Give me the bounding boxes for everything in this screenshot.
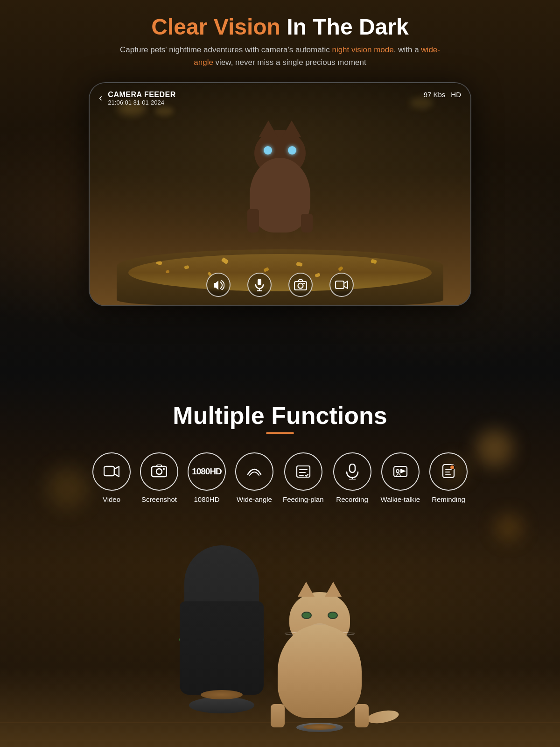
cat-leg-right	[355, 704, 369, 727]
headline-description: Capture pets' nighttime adventures with …	[117, 43, 443, 69]
desc-text3: view, never miss a single precious momen…	[213, 58, 366, 67]
video-label: Video	[103, 495, 120, 503]
cat-sitting-figure	[254, 592, 385, 732]
hd-label: 1080HD	[194, 495, 219, 503]
food-surface	[128, 254, 432, 291]
recording-svg-icon	[346, 464, 359, 479]
floor-line-1	[0, 741, 560, 741]
bottom-section: Multiple Functions Video	[0, 374, 560, 747]
video-circle-icon	[92, 452, 131, 491]
wide-angle-circle-icon	[235, 452, 273, 491]
hd-circle-icon: 1080HD	[188, 452, 226, 491]
wide-angle-svg-icon	[246, 465, 263, 478]
svg-point-9	[156, 469, 162, 474]
functions-title: Multiple Functions	[173, 402, 387, 430]
svg-rect-7	[104, 466, 114, 476]
function-video: Video	[92, 452, 131, 503]
feeder-bowl	[189, 697, 254, 713]
cat-ear-right	[282, 120, 301, 137]
kibble-5	[296, 261, 302, 266]
svg-rect-8	[152, 466, 167, 477]
svg-rect-15	[350, 464, 355, 472]
hd-text-icon: 1080HD	[192, 466, 222, 477]
kibble-9	[207, 271, 212, 276]
kibble-10	[315, 273, 321, 277]
top-section: Clear Vision In The Dark Capture pets' n…	[0, 0, 560, 374]
headline-white: In The Dark	[280, 14, 409, 39]
desc-text1: Capture pets' nighttime adventures with …	[120, 45, 332, 54]
bg-light-1	[118, 102, 146, 116]
headline-orange: Clear Vision	[151, 14, 280, 39]
camera-feed: ‹ CAMERA FEEDER 21:06:01 31-01-2024 97 K…	[90, 83, 470, 305]
feeding-plan-label: Feeding-plan	[283, 495, 324, 503]
walkie-talkie-circle-icon	[381, 452, 420, 491]
reminding-label: Reminding	[432, 495, 465, 503]
function-recording: Recording	[333, 452, 371, 503]
food-bowl	[117, 249, 443, 305]
desc-highlight1: night vision mode	[332, 45, 393, 54]
desc-text2: . with a	[394, 45, 421, 54]
kibble-1	[156, 260, 162, 266]
cat-paw-left	[247, 209, 259, 233]
cat-food-bowl	[296, 723, 343, 732]
recording-label: Recording	[336, 495, 368, 503]
wide-angle-label: Wide-angle	[237, 495, 272, 503]
function-feeding-plan: Feeding-plan	[283, 452, 324, 503]
bg-light-3	[410, 97, 433, 109]
cat-sit-eye-right	[328, 612, 338, 619]
kibble-8	[166, 270, 170, 273]
phone-mockup: ‹ CAMERA FEEDER 21:06:01 31-01-2024 97 K…	[89, 82, 471, 306]
kibble-3	[221, 257, 229, 264]
reminding-circle-icon	[429, 452, 468, 491]
walkie-talkie-svg-icon	[393, 465, 408, 479]
kibble-7	[371, 259, 377, 264]
reminding-svg-icon	[442, 464, 455, 479]
bottom-scene	[0, 527, 560, 747]
cat-ear-left	[259, 120, 278, 137]
cat-sit-ear-left	[298, 582, 315, 597]
screenshot-label: Screenshot	[141, 495, 177, 503]
functions-icons-row: Video Screenshot 1080HD 1080HD	[92, 452, 468, 503]
function-hd: 1080HD 1080HD	[188, 452, 226, 503]
bokeh-light-1	[476, 430, 513, 467]
cat-sit-ear-right	[325, 582, 342, 597]
cat-leg-left	[271, 704, 285, 727]
cat-sit-body	[278, 625, 362, 718]
feeding-plan-circle-icon	[284, 452, 322, 491]
cat-sit-eye-left	[301, 612, 312, 619]
function-wide-angle: Wide-angle	[235, 452, 273, 503]
kibble-4	[263, 267, 269, 272]
kibble-2	[184, 265, 189, 269]
headline: Clear Vision In The Dark Capture pets' n…	[117, 14, 443, 69]
walkie-talkie-label: Walkie-talkie	[381, 495, 420, 503]
svg-point-19	[396, 470, 399, 472]
cat-food-in-bowl	[303, 724, 336, 730]
screenshot-svg-icon	[151, 465, 167, 479]
cat-eye-left	[264, 146, 272, 155]
svg-rect-10	[163, 468, 165, 470]
function-walkie-talkie: Walkie-talkie	[381, 452, 420, 503]
feeding-plan-svg-icon	[296, 464, 311, 479]
feeder-bottom	[180, 601, 264, 695]
video-svg-icon	[104, 465, 119, 478]
functions-divider	[266, 432, 294, 434]
kibble-6	[338, 266, 343, 271]
function-reminding: Reminding	[429, 452, 468, 503]
function-screenshot: Screenshot	[140, 452, 178, 503]
cat-eyes	[264, 146, 296, 155]
recording-circle-icon	[333, 452, 371, 491]
bokeh-light-4	[47, 467, 89, 509]
cat-eye-right	[288, 146, 296, 155]
cat-walking-figure	[233, 102, 327, 233]
screenshot-circle-icon	[140, 452, 178, 491]
feeder-bowl-food	[201, 690, 243, 699]
cat-paw-right	[301, 214, 313, 233]
bg-light-2	[155, 106, 174, 116]
